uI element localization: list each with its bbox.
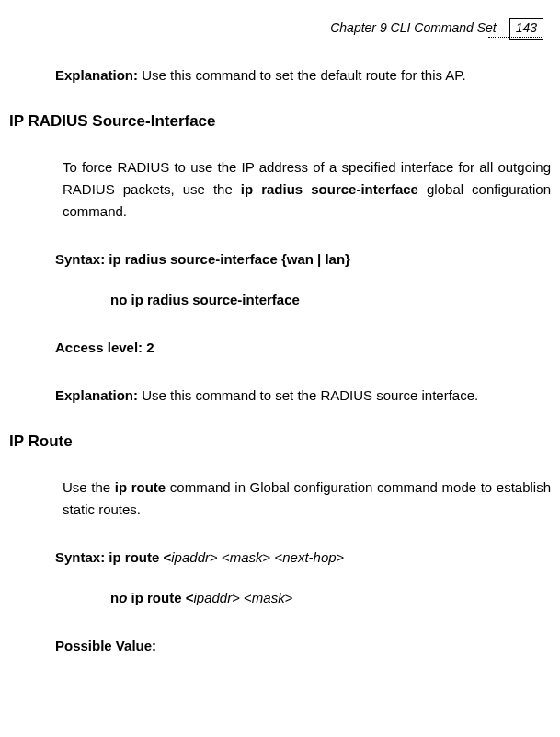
- section1-explanation: Explanation: Use this command to set the…: [55, 385, 551, 407]
- section1-expl-label: Explanation:: [55, 387, 138, 403]
- s2-syn-g: >: [337, 549, 345, 565]
- section1-access-level: Access level: 2: [55, 337, 551, 359]
- section2-intro: Use the ip route command in Global confi…: [63, 477, 551, 521]
- s2-syn-b: ipaddr: [171, 549, 210, 565]
- s2-no-g: >: [285, 590, 293, 605]
- section2-syntax: Syntax: ip route <ipaddr> <mask> <next-h…: [55, 547, 551, 569]
- section1-intro: To force RADIUS to use the IP address of…: [63, 156, 551, 223]
- s2-no-a: n: [110, 590, 119, 605]
- s2-no-f: mask: [252, 590, 285, 605]
- section-heading-ip-route: IP Route: [9, 432, 551, 451]
- s2-syn-e: > <: [263, 549, 283, 565]
- explanation-text: Use this command to set the default rout…: [138, 67, 466, 83]
- section1-expl-text: Use this command to set the RADIUS sourc…: [138, 387, 478, 403]
- s2-syn-c: > <: [210, 549, 230, 565]
- s2-no-b: o: [119, 590, 131, 605]
- page: Chapter 9 CLI Command Set 143 Explanatio…: [0, 0, 560, 737]
- section2-intro-cmd: ip route: [115, 479, 166, 495]
- s2-no-e: > <: [232, 590, 252, 605]
- section1-syntax-no: no ip radius source-interface: [110, 289, 551, 311]
- section1-syntax: Syntax: ip radius source-interface {wan …: [55, 248, 551, 271]
- section2-possible-value: Possible Value:: [55, 635, 551, 657]
- s2-no-c: ip route <: [131, 590, 194, 605]
- explanation-label: Explanation:: [55, 67, 138, 83]
- section1-intro-cmd: ip radius source-interface: [241, 181, 418, 197]
- section-heading-ip-radius: IP RADIUS Source-Interface: [9, 112, 551, 131]
- s2-syn-a: Syntax: ip route <: [55, 549, 171, 565]
- s2-syn-d: mask: [230, 549, 263, 565]
- s2-no-d: ipaddr: [193, 590, 232, 605]
- section2-intro-a: Use the: [63, 479, 115, 495]
- content-area: Explanation: Use this command to set the…: [9, 64, 551, 683]
- header-dotted-rule: [488, 37, 543, 38]
- s2-syn-f: next-hop: [282, 549, 336, 565]
- explanation-paragraph-1: Explanation: Use this command to set the…: [55, 64, 551, 86]
- chapter-label: Chapter 9 CLI Command Set: [330, 20, 497, 35]
- section2-syntax-no: no ip route <ipaddr> <mask>: [110, 587, 551, 609]
